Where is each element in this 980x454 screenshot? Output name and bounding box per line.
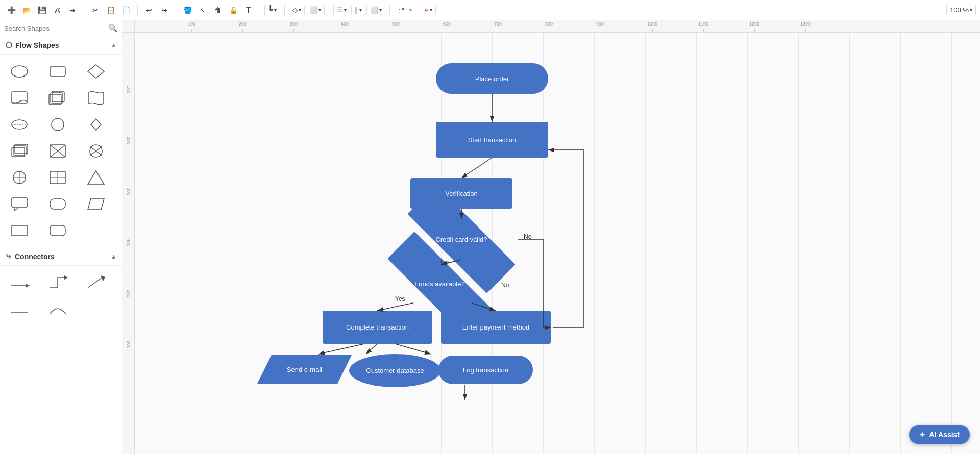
shape-triangle[interactable]	[82, 166, 110, 189]
fill-button[interactable]: 🪣	[180, 3, 194, 17]
toolbar-connector-group: ┗ ▾	[264, 4, 280, 16]
new-button[interactable]: ➕	[4, 3, 18, 17]
node-log-transaction[interactable]: Log transaction	[438, 356, 533, 384]
node-start-transaction-label: Start transaction	[468, 136, 517, 144]
search-input[interactable]	[4, 24, 105, 32]
delete-button[interactable]: 🗑	[211, 3, 225, 17]
toolbar-color-group: A ▾	[421, 5, 436, 15]
sep4	[260, 5, 260, 15]
share-button[interactable]: ➡	[65, 3, 80, 17]
toolbar-style-group: 🪣 ↖ 🗑 🔒 T	[180, 3, 256, 17]
shape-x[interactable]	[43, 139, 72, 163]
shape-split-rect[interactable]	[43, 166, 72, 189]
connector-curved[interactable]	[43, 297, 72, 321]
zoom-control: 100 % ▾	[946, 5, 976, 15]
print-button[interactable]: 🖨	[50, 3, 64, 17]
open-button[interactable]: 📂	[19, 3, 34, 17]
flow-shapes-icon: ⬡	[5, 40, 12, 50]
sep7	[389, 5, 390, 15]
ai-assist-label: AI Assist	[929, 431, 960, 439]
zoom-dropdown[interactable]: 100 % ▾	[946, 5, 976, 15]
fill2-dropdown[interactable]: ⬜ ▾	[306, 5, 325, 15]
ai-assist-button[interactable]: ✦ AI Assist	[909, 425, 970, 444]
flow-shapes-header[interactable]: ⬡ Flow Shapes ▲	[0, 36, 122, 55]
node-start-transaction[interactable]: Start transaction	[436, 122, 548, 158]
flowchart-connectors	[135, 33, 980, 454]
node-enter-payment[interactable]: Enter payment method	[441, 311, 551, 344]
svg-marker-10	[91, 119, 101, 130]
sep1	[84, 5, 84, 15]
ruler-vertical: 100200300400500600	[122, 33, 135, 454]
save-button[interactable]: 💾	[35, 3, 49, 17]
shape-stacked[interactable]	[5, 139, 34, 163]
sep6	[329, 5, 329, 15]
shape-wavy[interactable]	[82, 86, 110, 110]
connectors-header[interactable]: ⤷ Connectors ▲	[0, 247, 122, 266]
cut-button[interactable]: ✂	[88, 3, 103, 17]
shape-cylinder-horiz[interactable]	[5, 113, 34, 136]
shapes-grid	[0, 55, 122, 247]
shape-circle[interactable]	[43, 113, 72, 136]
waypoints-dropdown[interactable]: ┗ ▾	[264, 4, 280, 16]
shape-soft-rect[interactable]	[43, 219, 72, 242]
undo-button[interactable]: ↩	[142, 3, 156, 17]
align-dropdown[interactable]: ☰ ▾	[333, 5, 350, 15]
copy-button[interactable]: 📋	[104, 3, 118, 17]
svg-marker-2	[88, 65, 104, 78]
node-complete-transaction[interactable]: Complete transaction	[323, 311, 432, 344]
shape-rounded-rect2[interactable]	[43, 192, 72, 216]
shape-multi-doc[interactable]	[43, 86, 72, 110]
sep2	[137, 5, 138, 15]
svg-rect-31	[50, 225, 65, 236]
shape-rounded-rect[interactable]	[43, 60, 72, 83]
node-customer-db-label: Customer database	[361, 367, 429, 374]
node-funds-label: Funds available?	[385, 280, 495, 288]
label-no-1: No	[501, 282, 509, 289]
sep3	[176, 5, 176, 15]
connector-diagonal-arrow[interactable]	[82, 271, 110, 294]
label-no-2: No	[524, 233, 531, 240]
shape-crossed-circle[interactable]	[82, 139, 110, 163]
connectors-icon: ⤷	[5, 251, 12, 261]
history-arrow[interactable]: ▾	[409, 7, 412, 13]
connector-straight-line[interactable]	[5, 297, 34, 321]
distribute-dropdown[interactable]: ‖ ▾	[351, 5, 365, 15]
shape-diamond[interactable]	[82, 60, 110, 83]
toolbar-history2-group: ⭯ ▾	[394, 3, 412, 17]
redo-button[interactable]: ↪	[157, 3, 172, 17]
svg-rect-27	[11, 197, 28, 208]
shape-callout[interactable]	[5, 192, 34, 216]
shape-plain-rect[interactable]	[5, 219, 34, 242]
shape-ellipse[interactable]	[5, 60, 34, 83]
connector-straight-arrow[interactable]	[5, 271, 34, 294]
flow-shapes-label: Flow Shapes	[15, 41, 59, 49]
history-button[interactable]: ⭯	[394, 3, 408, 17]
svg-line-45	[318, 344, 364, 354]
label-yes-2: Yes	[395, 295, 405, 302]
svg-line-47	[395, 344, 431, 354]
cursor-button[interactable]: ↖	[195, 3, 210, 17]
connectors-collapse-icon[interactable]: ▲	[110, 253, 117, 260]
connector-elbow[interactable]	[43, 271, 72, 294]
flow-shapes-collapse-icon[interactable]: ▲	[110, 41, 117, 49]
svg-marker-26	[88, 171, 104, 184]
node-customer-db[interactable]: Customer database	[349, 354, 441, 387]
canvas[interactable]: Place order Start transaction Verificati…	[135, 33, 980, 454]
shape-document[interactable]	[5, 86, 34, 110]
text-button[interactable]: T	[241, 3, 256, 17]
search-icon[interactable]: 🔍	[108, 23, 118, 33]
shape-target[interactable]	[5, 166, 34, 189]
node-place-order[interactable]: Place order	[436, 63, 548, 94]
lock-button[interactable]: 🔒	[226, 3, 240, 17]
node-send-email[interactable]: Send e-mail	[257, 355, 352, 384]
svg-rect-28	[50, 199, 65, 209]
toolbar-edit-group: ✂ 📋 📄	[88, 3, 133, 17]
node-verification-label: Verification	[445, 190, 478, 197]
shape-dropdown[interactable]: ◇ ▾	[289, 5, 305, 15]
layout-dropdown[interactable]: ⬜ ▾	[366, 5, 385, 15]
color-dropdown[interactable]: A ▾	[421, 5, 436, 15]
shape-parallelogram[interactable]	[82, 192, 110, 216]
shape-small-diamond[interactable]	[82, 113, 110, 136]
svg-point-0	[11, 66, 28, 77]
paste-button[interactable]: 📄	[119, 3, 133, 17]
